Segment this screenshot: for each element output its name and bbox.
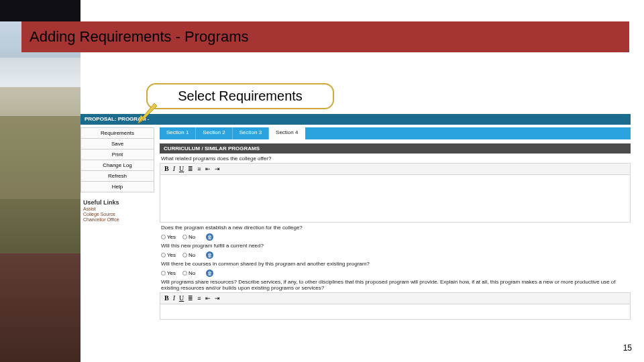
italic-button[interactable]: I (173, 295, 175, 302)
underline-button[interactable]: U (179, 166, 184, 172)
radio-no[interactable]: No (182, 270, 195, 276)
radio-dot-icon (161, 235, 166, 239)
bullets-icon[interactable]: ≣ (188, 296, 193, 302)
tab-section-4[interactable]: Section 4 (269, 127, 305, 139)
outdent-icon[interactable]: ⇤ (205, 166, 211, 172)
indent-icon[interactable]: ⇥ (215, 166, 220, 172)
question-new-direction: Does the program establish a new directi… (160, 223, 631, 232)
numbers-icon[interactable]: ≡ (197, 296, 201, 302)
callout-text: Select Requirements (178, 88, 303, 103)
useful-links: Useful Links Assist College Source Chanc… (80, 199, 154, 222)
useful-link-chancellor[interactable]: Chancellor Office (83, 217, 154, 222)
section-tabs: Section 1 Section 2 Section 3 Section 4 (160, 127, 631, 139)
rich-text-toolbar-1: B I U ≣ ≡ ⇤ ⇥ (160, 163, 631, 174)
decorative-photo-sidebar (0, 0, 80, 362)
outdent-icon[interactable]: ⇤ (205, 296, 211, 302)
numbers-icon[interactable]: ≡ (197, 166, 201, 172)
sidebar-item-refresh[interactable]: Refresh (80, 171, 154, 182)
callout-bubble: Select Requirements (146, 83, 334, 109)
slide-title: Adding Requirements - Programs (30, 28, 248, 46)
bullets-icon[interactable]: ≣ (188, 166, 193, 172)
italic-button[interactable]: I (173, 166, 175, 172)
sidebar-item-save[interactable]: Save (80, 139, 154, 149)
sidebar-item-print[interactable]: Print (80, 149, 154, 160)
radio-yes[interactable]: Yes (161, 270, 176, 276)
rich-text-toolbar-2: B I U ≣ ≡ ⇤ ⇥ (160, 292, 631, 304)
question-current-need: Will this new program fulfill a current … (160, 241, 631, 250)
sidebar: Requirements Save Print Change Log Refre… (80, 125, 154, 320)
radio-row-current-need: Yes No 🗑 (160, 250, 631, 259)
radio-row-shared-courses: Yes No 🗑 (160, 268, 631, 277)
indent-icon[interactable]: ⇥ (215, 296, 220, 302)
underline-button[interactable]: U (179, 295, 184, 302)
application-screenshot: PROPOSAL: PROGRAM - Requirements Save Pr… (80, 114, 631, 335)
sidebar-item-change-log[interactable]: Change Log (80, 160, 154, 171)
useful-link-college-src[interactable]: College Source (83, 212, 154, 217)
callout-arrow-icon (136, 101, 160, 125)
sidebar-item-requirements[interactable]: Requirements (80, 127, 154, 139)
radio-dot-icon (182, 253, 187, 257)
tab-section-2[interactable]: Section 2 (196, 127, 232, 139)
tab-section-3[interactable]: Section 3 (233, 127, 269, 139)
section-header: CURRICULUM / SIMILAR PROGRAMS (160, 143, 631, 154)
bold-button[interactable]: B (164, 166, 169, 172)
question-share-resources: Will programs share resources? Describe … (160, 277, 631, 292)
radio-row-new-direction: Yes No 🗑 (160, 232, 631, 241)
rich-text-editor-1[interactable] (160, 174, 631, 223)
sidebar-item-help[interactable]: Help (80, 182, 154, 192)
clear-icon[interactable]: 🗑 (206, 251, 213, 259)
tab-section-1[interactable]: Section 1 (160, 127, 196, 139)
radio-yes[interactable]: Yes (161, 234, 176, 240)
radio-dot-icon (182, 235, 187, 239)
slide-title-band: Adding Requirements - Programs (21, 21, 629, 52)
page-number: 15 (623, 343, 632, 353)
main-panel: Section 1 Section 2 Section 3 Section 4 … (154, 125, 631, 320)
radio-dot-icon (161, 253, 166, 257)
bold-button[interactable]: B (164, 295, 169, 302)
radio-dot-icon (161, 271, 166, 276)
radio-no[interactable]: No (182, 252, 195, 258)
useful-link-assist[interactable]: Assist (83, 206, 154, 211)
useful-links-header: Useful Links (83, 199, 154, 206)
question-shared-courses: Will there be courses in common shared b… (160, 259, 631, 268)
proposal-bar: PROPOSAL: PROGRAM - (80, 114, 631, 125)
radio-dot-icon (182, 271, 187, 276)
question-related-programs: What related programs does the college o… (160, 154, 631, 163)
radio-no[interactable]: No (182, 234, 195, 240)
rich-text-editor-2[interactable] (160, 304, 631, 320)
radio-yes[interactable]: Yes (161, 252, 176, 258)
clear-icon[interactable]: 🗑 (206, 269, 213, 277)
clear-icon[interactable]: 🗑 (206, 233, 213, 241)
